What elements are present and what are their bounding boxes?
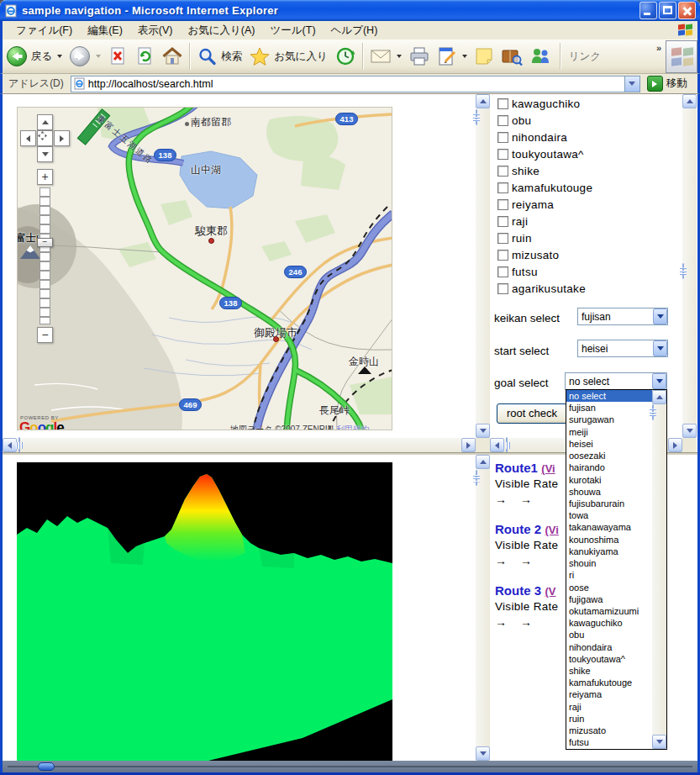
dropdown-option[interactable]: okutamamizuumi	[566, 605, 652, 617]
print-button[interactable]	[405, 45, 434, 68]
scroll-right-button[interactable]	[668, 438, 682, 452]
go-button[interactable]: 移動	[647, 76, 687, 92]
search-button[interactable]: 検索	[193, 45, 245, 69]
scroll-thumb[interactable]	[18, 437, 20, 453]
dropdown-option[interactable]: meiji	[566, 426, 652, 438]
map-frame-hscrollbar[interactable]	[3, 438, 476, 452]
dropdown-option[interactable]: oose	[566, 582, 652, 593]
history-button[interactable]	[331, 44, 360, 69]
pan-center-button[interactable]	[37, 130, 53, 146]
dropdown-option[interactable]: kanukiyama	[566, 546, 652, 557]
menu-item[interactable]: お気に入り(A)	[181, 22, 261, 40]
menu-item[interactable]: 編集(E)	[81, 22, 129, 40]
scroll-down-button[interactable]	[476, 746, 490, 761]
checkbox[interactable]	[497, 98, 508, 109]
pan-left-button[interactable]	[20, 130, 36, 146]
keikan-select[interactable]: fujisan	[577, 308, 668, 325]
dropdown-scrollbar[interactable]	[652, 390, 666, 749]
map-frame-vscrollbar[interactable]	[476, 94, 490, 438]
pan-down-button[interactable]	[37, 146, 53, 162]
dropdown-option[interactable]: raji	[566, 701, 652, 713]
zoom-slider-thumb[interactable]: −	[37, 238, 53, 247]
stop-button[interactable]	[104, 44, 131, 69]
discuss-button[interactable]	[497, 45, 526, 68]
checkbox[interactable]	[497, 216, 508, 227]
address-url[interactable]: http://localhost/search.html	[88, 78, 213, 90]
dropdown-option[interactable]: hairando	[566, 461, 652, 473]
combo-arrow-icon[interactable]	[652, 373, 666, 389]
checkbox[interactable]	[497, 266, 508, 277]
scroll-up-button[interactable]	[652, 390, 666, 404]
dropdown-option[interactable]: futsu	[566, 736, 652, 748]
scroll-thumb[interactable]	[476, 109, 477, 125]
dropdown-option[interactable]: fujisubarurain	[566, 498, 652, 509]
dropdown-option[interactable]: kawaguchiko	[566, 617, 652, 629]
dropdown-option[interactable]: nihondaira	[566, 641, 652, 653]
dropdown-option[interactable]: ruin	[566, 713, 652, 725]
checkbox[interactable]	[497, 166, 508, 177]
dropdown-option[interactable]: kounoshima	[566, 534, 652, 546]
dropdown-option[interactable]: fujigawa	[566, 593, 652, 605]
scroll-right-button[interactable]	[461, 438, 476, 452]
dropdown-option[interactable]: kamafukutouge	[566, 677, 652, 688]
scroll-thumb[interactable]	[652, 404, 654, 420]
scroll-thumb[interactable]	[476, 470, 477, 486]
combo-arrow-icon[interactable]	[653, 340, 667, 356]
route-link[interactable]: (Vi	[541, 462, 555, 475]
menu-item[interactable]: ヘルプ(H)	[324, 22, 385, 40]
dropdown-option[interactable]: mizusato	[566, 725, 652, 736]
dropdown-option[interactable]: shouin	[566, 557, 652, 569]
route-link[interactable]: (V	[545, 585, 555, 598]
checkbox[interactable]	[497, 182, 508, 193]
route-link[interactable]: (Vi	[545, 524, 558, 536]
dropdown-option[interactable]: shike	[566, 665, 652, 677]
dropdown-option[interactable]: fujisan	[566, 402, 652, 414]
dropdown-option[interactable]: heisei	[566, 438, 652, 450]
dropdown-option[interactable]: reiyama	[566, 688, 652, 700]
edit-button[interactable]	[434, 45, 471, 68]
scroll-left-button[interactable]	[490, 438, 504, 452]
scroll-down-button[interactable]	[652, 735, 666, 749]
back-button[interactable]: 戻る	[3, 44, 66, 69]
start-select[interactable]: heisei	[577, 340, 668, 357]
messenger-button[interactable]	[526, 45, 555, 68]
scroll-thumb[interactable]	[682, 263, 684, 279]
scroll-up-button[interactable]	[476, 94, 490, 108]
notes-button[interactable]	[471, 45, 497, 68]
pan-up-button[interactable]	[37, 114, 53, 130]
dropdown-option[interactable]: ri	[566, 569, 652, 581]
address-input[interactable]: http://localhost/search.html	[71, 76, 640, 92]
terrain-frame-vscrollbar[interactable]	[476, 455, 490, 761]
title-bar[interactable]: sample navigation - Microsoft Internet E…	[0, 0, 700, 21]
favorites-button[interactable]: お気に入り	[245, 45, 330, 69]
checkbox[interactable]	[497, 250, 508, 261]
maximize-button[interactable]	[659, 2, 676, 19]
zoom-slider[interactable]	[39, 187, 50, 324]
checkbox[interactable]	[497, 132, 508, 143]
checkbox[interactable]	[497, 115, 508, 126]
zoom-out-button[interactable]: −	[37, 327, 53, 343]
forward-button[interactable]	[66, 44, 104, 69]
minimize-button[interactable]	[639, 2, 657, 19]
links-label[interactable]: リンク	[569, 50, 601, 64]
terms-link[interactable]: 利用規約	[336, 424, 370, 430]
pan-right-button[interactable]	[54, 130, 70, 146]
refresh-button[interactable]	[131, 44, 158, 69]
checkbox[interactable]	[497, 149, 508, 160]
menu-item[interactable]: ファイル(F)	[9, 22, 79, 40]
toolbar-overflow-chevron[interactable]: »	[656, 43, 661, 53]
zoom-in-button[interactable]: +	[37, 169, 53, 185]
dropdown-option[interactable]: shouwa	[566, 486, 652, 498]
checkbox[interactable]	[497, 233, 508, 244]
dropdown-option[interactable]: takanawayama	[566, 521, 652, 533]
home-button[interactable]	[158, 44, 187, 69]
checkbox[interactable]	[497, 283, 508, 294]
dropdown-option[interactable]: oosezaki	[566, 450, 652, 461]
dropdown-option[interactable]: obu	[566, 629, 652, 641]
address-dropdown-button[interactable]	[624, 76, 639, 92]
scroll-up-button[interactable]	[682, 94, 697, 108]
combo-arrow-icon[interactable]	[653, 308, 667, 324]
dropdown-option[interactable]: toukyoutawa^	[566, 653, 652, 665]
slider-track[interactable]	[8, 766, 692, 767]
scroll-thumb[interactable]	[506, 437, 508, 453]
